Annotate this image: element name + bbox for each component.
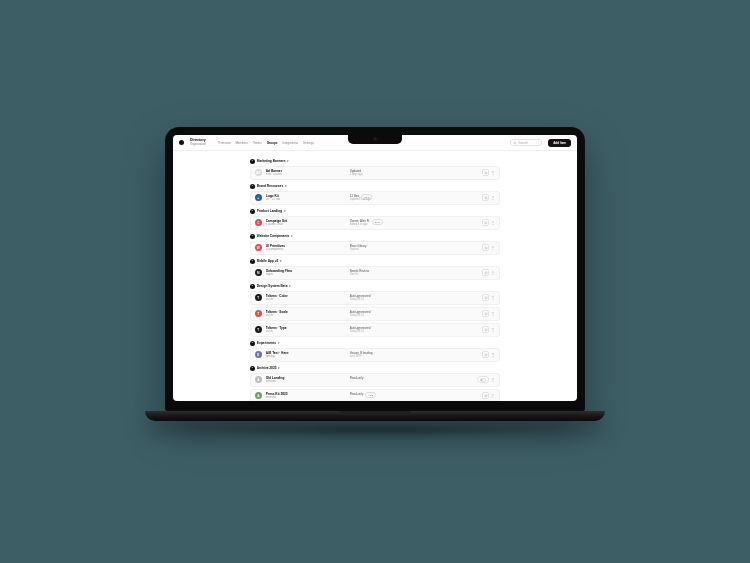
row-star-button[interactable] [482, 219, 489, 226]
row-meta-subtitle: Today 09:14 [350, 298, 478, 301]
search-input[interactable]: Search [510, 139, 542, 146]
group-header[interactable]: •Archive 2023▾ [250, 366, 500, 371]
nav-tab[interactable]: Teams [253, 141, 262, 145]
row-more-icon[interactable]: ⋮ [491, 353, 495, 357]
row-meta-subtitle: — [350, 396, 478, 399]
group-header[interactable]: •Experiments▾ [250, 341, 500, 346]
row-meta-subtitle: Synced [350, 248, 478, 251]
list-row[interactable]: ABAd BannerPNG · 240 KBUpdated2 days ago… [250, 166, 500, 180]
row-more-icon[interactable]: ⋮ [491, 271, 495, 275]
group-header[interactable]: •Website Components▾ [250, 234, 500, 239]
group-bullet-icon: • [250, 209, 255, 214]
group-header[interactable]: •Brand Resources▾ [250, 184, 500, 189]
row-more-icon[interactable]: ⋮ [491, 312, 495, 316]
chevron-down-icon: ▾ [285, 184, 287, 188]
laptop-mockup: Directory Organization OverviewMembersTe… [165, 127, 585, 437]
row-star-button[interactable] [482, 351, 489, 358]
group-title: Website Components [257, 234, 290, 238]
row-more-icon[interactable]: ⋮ [491, 221, 495, 225]
list-row[interactable]: TTokens · ScaleJSONAuto-generatedToday 0… [250, 307, 500, 321]
row-main: Old Landingarchived [266, 376, 346, 383]
row-star-button[interactable] [482, 326, 489, 333]
nav-tab[interactable]: Settings [303, 141, 314, 145]
row-subtitle: running [266, 355, 346, 358]
row-more-icon[interactable]: ⋮ [491, 171, 495, 175]
row-meta: Owner: Alex R.DraftEdited 3 hr ago [350, 219, 478, 226]
group-header[interactable]: •Mobile App v2▾ [250, 259, 500, 264]
row-subtitle: Figma [266, 273, 346, 276]
list-row[interactable]: AOld LandingarchivedRead-only—⋮ [250, 373, 500, 387]
row-more-icon[interactable]: ⋮ [491, 246, 495, 250]
row-meta-subtitle: — [350, 380, 471, 383]
nav-tab[interactable]: Groups [267, 141, 278, 145]
row-actions: ⋮ [482, 169, 495, 176]
list-row[interactable]: CCampaign Set8 assets · draftOwner: Alex… [250, 216, 500, 230]
row-more-icon[interactable]: ⋮ [491, 378, 495, 382]
list-row[interactable]: WUI Primitives24 componentsReact library… [250, 241, 500, 255]
group-title: Marketing Banners [257, 159, 286, 163]
row-app-icon: T [255, 326, 262, 333]
row-meta: 12 filesv3.1Updated 1 wk ago [350, 194, 478, 201]
group-bullet-icon: • [250, 234, 255, 239]
row-meta: React librarySynced [350, 244, 478, 251]
svg-line-1 [516, 143, 517, 144]
list-row[interactable]: TTokens · ColorJSONAuto-generatedToday 0… [250, 291, 500, 305]
row-star-button[interactable] [482, 244, 489, 251]
primary-action-button[interactable]: Add Item [548, 139, 571, 147]
row-star-button[interactable] [482, 269, 489, 276]
row-more-icon[interactable]: ⋮ [491, 196, 495, 200]
list-row[interactable]: ●Logo KitZIP · 4.2 MB12 filesv3.1Updated… [250, 191, 500, 205]
list-row[interactable]: APress Kit 2023archivedRead-onlyv1.0—⋮ [250, 389, 500, 401]
row-meta-subtitle: Due Fri [350, 273, 478, 276]
row-actions: ⋮ [482, 294, 495, 301]
row-app-icon: T [255, 294, 262, 301]
laptop-bezel: Directory Organization OverviewMembersTe… [165, 127, 585, 411]
search-placeholder: Search [518, 141, 528, 145]
row-more-icon[interactable]: ⋮ [491, 328, 495, 332]
row-more-icon[interactable]: ⋮ [491, 296, 495, 300]
row-main: Onboarding FlowFigma [266, 269, 346, 276]
row-meta-subtitle: conf. 68% [350, 355, 478, 358]
group-bullet-icon: • [250, 341, 255, 346]
row-meta-subtitle: Today 09:14 [350, 314, 478, 317]
nav-tab[interactable]: Integrations [282, 141, 298, 145]
row-more-icon[interactable]: ⋮ [491, 394, 495, 398]
nav-tab[interactable]: Members [235, 141, 248, 145]
group-header[interactable]: •Design System Beta▾ [250, 284, 500, 289]
row-main: Tokens · ColorJSON [266, 294, 346, 301]
row-subtitle: archived [266, 380, 346, 383]
row-star-button[interactable] [482, 310, 489, 317]
chevron-down-icon: ▾ [278, 341, 280, 345]
row-meta: Needs ReviewDue Fri [350, 269, 478, 276]
group-title: Design System Beta [257, 284, 288, 288]
row-subtitle: 24 components [266, 248, 346, 251]
row-meta: Auto-generatedToday 09:14 [350, 294, 478, 301]
row-app-icon: A [255, 376, 262, 383]
chevron-down-icon: ▾ [280, 259, 282, 263]
row-meta-subtitle: Edited 3 hr ago [350, 223, 478, 226]
list-row[interactable]: MOnboarding FlowFigmaNeeds ReviewDue Fri… [250, 266, 500, 280]
group-title: Experiments [257, 341, 276, 345]
group-title: Mobile App v2 [257, 259, 279, 263]
group-header[interactable]: •Product Landing▾ [250, 209, 500, 214]
row-toggle[interactable] [477, 376, 489, 383]
group-title: Brand Resources [257, 184, 283, 188]
display-notch [348, 134, 402, 144]
row-star-button[interactable] [482, 194, 489, 201]
nav-tab[interactable]: Overview [218, 141, 231, 145]
row-app-icon: A [255, 392, 262, 399]
row-meta: Auto-generatedToday 09:14 [350, 326, 478, 333]
group-header[interactable]: •Marketing Banners▾ [250, 159, 500, 164]
row-actions: ⋮ [482, 310, 495, 317]
group-bullet-icon: • [250, 284, 255, 289]
row-star-button[interactable] [482, 169, 489, 176]
row-star-button[interactable] [482, 392, 489, 399]
row-app-icon: C [255, 219, 262, 226]
row-star-button[interactable] [482, 294, 489, 301]
row-main: UI Primitives24 components [266, 244, 346, 251]
row-actions: ⋮ [482, 194, 495, 201]
row-actions: ⋮ [482, 244, 495, 251]
list-row[interactable]: TTokens · TypeJSONAuto-generatedToday 09… [250, 323, 500, 337]
row-main: Ad BannerPNG · 240 KB [266, 169, 346, 176]
list-row[interactable]: EA/B Test · HerorunningVariant B leading… [250, 348, 500, 362]
